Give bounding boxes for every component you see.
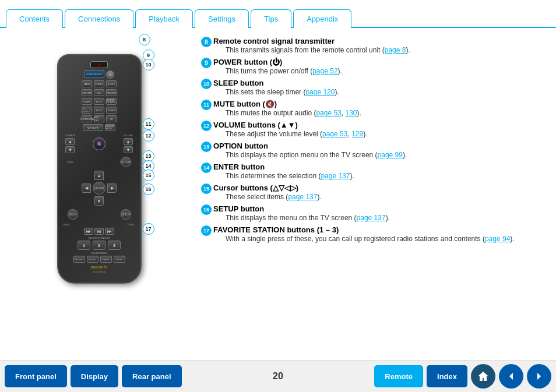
main-content: 8 9 10 11 12 13 14 15 16 17 ZONE SELECT … — [0, 28, 556, 360]
brand-logo: marantz — [63, 265, 136, 269]
home-btn[interactable] — [471, 364, 495, 389]
transport-row: ⏮ ⏯ ⏭ — [63, 228, 136, 235]
num-17: 17 — [201, 225, 212, 236]
num-12: 12 — [201, 121, 212, 131]
desc-body-16: This displays the menu on the TV screen … — [213, 214, 547, 222]
callout-10: 10 — [143, 59, 154, 70]
ch-page-down-btn[interactable]: ▼ — [65, 146, 75, 153]
callout-16: 16 — [143, 183, 154, 195]
ir-window — [90, 61, 108, 68]
cursor-right-btn[interactable]: ▶ — [107, 183, 117, 193]
tab-appendix[interactable]: Appendix — [293, 9, 351, 28]
tab-tips[interactable]: Tips — [251, 9, 291, 28]
media-player-btn[interactable]: MEDIA PLAYER — [106, 98, 117, 105]
network-btn[interactable]: NETWORK — [83, 124, 103, 131]
remote-btn[interactable]: Remote — [374, 365, 423, 387]
cbl-sat-btn[interactable]: CBL/SAT — [82, 89, 92, 96]
tuner-btn[interactable]: TUNER — [106, 107, 117, 114]
option-btn[interactable]: OPTION — [121, 157, 131, 167]
desc-body-15: These select items (page 137). — [213, 193, 547, 201]
link-page53-12[interactable]: page 53 — [322, 130, 347, 138]
desc-item-17: 17 FAVORITE STATION buttons (1 – 3) With… — [201, 225, 547, 243]
phono-usb-btn[interactable]: PHONO/USB — [82, 115, 92, 122]
aux1-btn[interactable]: AUX1 — [94, 98, 104, 105]
play-pause-btn[interactable]: ⏯ — [94, 228, 104, 235]
desc-body-10: This sets the sleep timer (page 120). — [213, 88, 547, 96]
vol-down-btn[interactable]: ▼ — [124, 146, 133, 153]
setup-btn[interactable]: SETUP — [121, 209, 131, 220]
link-page129[interactable]: 129 — [351, 130, 363, 138]
tv-audio-btn[interactable]: TV AUDIO — [82, 107, 92, 114]
fan-fav-btn[interactable]: FAN/FAV — [106, 89, 117, 96]
desc-title-11: MUTE button (🔇) — [213, 100, 277, 108]
pure-btn[interactable]: PURE — [114, 256, 125, 263]
link-page53-11[interactable]: page 53 — [316, 109, 341, 117]
desc-body-11: This mutes the output audio (page 53, 13… — [213, 109, 547, 117]
index-btn[interactable]: Index — [427, 365, 467, 387]
zone2-btn[interactable]: ZONE2 — [94, 80, 104, 87]
description-section: 8 Remote control signal transmitter This… — [192, 34, 550, 360]
game-btn[interactable]: GAME — [82, 98, 92, 105]
power-btn[interactable]: ⏻ — [106, 70, 114, 79]
link-page94[interactable]: page 94 — [485, 235, 510, 243]
tab-playback[interactable]: Playback — [135, 9, 193, 28]
next-btn[interactable]: ⏭ — [105, 228, 114, 235]
dvd-btn[interactable]: DVD — [94, 89, 104, 96]
movie-btn[interactable]: MOVIE — [73, 256, 85, 263]
num-8: 8 — [201, 37, 212, 47]
prev-btn[interactable]: ⏮ — [84, 228, 93, 235]
back-arrow-icon — [506, 371, 516, 382]
link-page137-16[interactable]: page 137 — [357, 214, 386, 222]
rear-panel-btn[interactable]: Rear panel — [122, 365, 181, 387]
main-btn[interactable]: MAIN — [82, 80, 92, 87]
desc-text-9: POWER button (⏻) This turns the power on… — [213, 58, 547, 75]
music-btn[interactable]: MUSIC — [87, 256, 98, 263]
forward-nav-btn[interactable] — [527, 364, 551, 389]
remote-image-section: 8 9 10 11 12 13 14 15 16 17 ZONE SELECT … — [6, 34, 192, 360]
ch-page-up-btn[interactable]: ▲ — [65, 138, 75, 145]
sound-mode-top-btn[interactable]: SOUND MODE — [105, 124, 115, 131]
cursor-cluster: ▲ ▼ ◀ ▶ ENTER — [82, 171, 117, 206]
desc-text-12: VOLUME buttons (▲▼) These adjust the vol… — [213, 121, 547, 138]
enter-btn[interactable]: ENTER — [93, 182, 105, 195]
front-panel-btn[interactable]: Front panel — [5, 365, 67, 387]
display-btn[interactable]: Display — [71, 365, 118, 387]
sleep-btn[interactable]: SLEEP — [106, 80, 117, 87]
zone-select-btn[interactable]: ZONE SELECT — [84, 70, 104, 77]
link-page120[interactable]: page 120 — [305, 88, 335, 96]
remote-wrapper: 8 9 10 11 12 13 14 15 16 17 ZONE SELECT … — [57, 43, 142, 284]
back-nav-btn[interactable] — [499, 364, 523, 389]
fav-row: 1 2 3 — [63, 241, 136, 250]
desc-item-16: 16 SETUP button This displays the menu o… — [201, 204, 547, 222]
cursor-down-btn[interactable]: ▼ — [94, 196, 104, 206]
link-page8[interactable]: page 8 — [385, 46, 406, 54]
blu-ray-btn[interactable]: BLU-RAY — [94, 115, 104, 122]
desc-item-14: 14 ENTER button This determines the sele… — [201, 163, 547, 180]
mute-btn[interactable]: 🔇 — [93, 137, 105, 150]
tab-settings[interactable]: Settings — [195, 9, 249, 28]
input-row3: GAME AUX1 MEDIA PLAYER — [63, 98, 136, 105]
fav-3-btn[interactable]: 3 — [108, 241, 121, 250]
input-row4: TV AUDIO AUX2 TUNER — [63, 107, 136, 114]
tab-connections[interactable]: Connections — [65, 9, 133, 28]
link-page99[interactable]: page 99 — [378, 151, 403, 159]
link-page130[interactable]: 130 — [345, 109, 357, 117]
desc-body-8: This transmits signals from the remote c… — [213, 46, 547, 54]
fav-2-btn[interactable]: 2 — [93, 241, 105, 250]
link-page52[interactable]: page 52 — [312, 67, 337, 75]
back-btn[interactable]: BACK — [68, 209, 78, 220]
cursor-left-btn[interactable]: ◀ — [82, 183, 91, 193]
top-navigation: Contents Connections Playback Settings T… — [0, 0, 556, 28]
link-page137-14[interactable]: page 137 — [321, 172, 350, 180]
vol-up-btn[interactable]: ▲ — [124, 138, 133, 145]
link-page137-15[interactable]: page 137 — [288, 193, 317, 201]
desc-item-11: 11 MUTE button (🔇) This mutes the output… — [201, 100, 547, 117]
fav-1-btn[interactable]: 1 — [78, 241, 90, 250]
tab-contents[interactable]: Contents — [6, 9, 63, 28]
cd-btn[interactable]: CD — [106, 115, 117, 122]
game-sound-btn[interactable]: GAME — [100, 256, 112, 263]
callout-12: 12 — [143, 130, 154, 142]
aux2-btn[interactable]: AUX2 — [94, 107, 104, 114]
cursor-up-btn[interactable]: ▲ — [94, 171, 104, 180]
model-number: RC021SR — [63, 270, 136, 274]
